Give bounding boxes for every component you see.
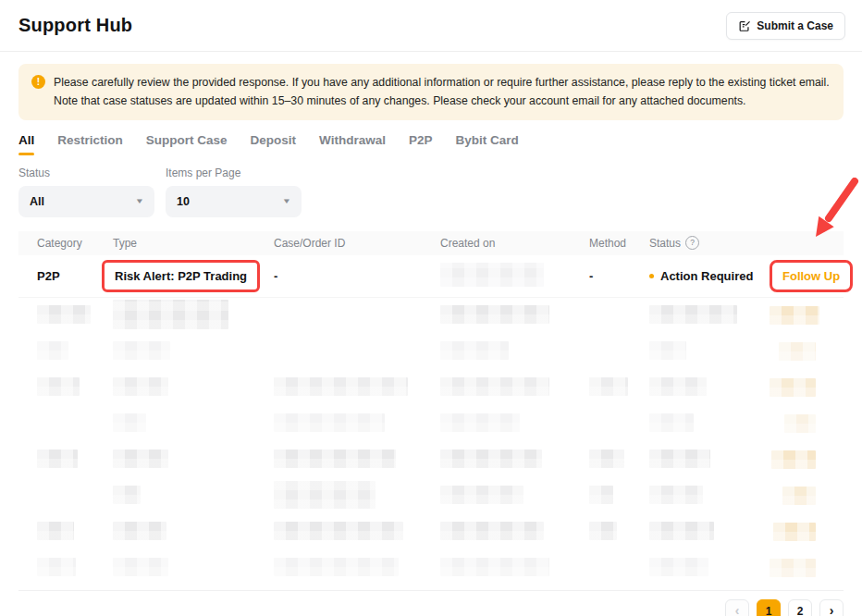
- redacted-cell: [770, 487, 844, 505]
- redacted-block: [440, 305, 549, 324]
- redacted-cell: [274, 413, 440, 435]
- annotation-box-type: Risk Alert: P2P Trading: [102, 260, 260, 292]
- col-header-category: Category: [37, 237, 113, 250]
- cell-method: -: [589, 269, 649, 283]
- redacted-block: [113, 377, 168, 396]
- col-header-status-label: Status: [649, 237, 681, 250]
- chevron-down-icon: ▼: [135, 197, 144, 205]
- redacted-block: [589, 522, 617, 540]
- pagination-next-button[interactable]: ›: [819, 599, 844, 616]
- follow-up-link[interactable]: Follow Up: [782, 269, 840, 283]
- redacted-block: [782, 487, 816, 505]
- redacted-block: [113, 558, 168, 576]
- col-header-method: Method: [589, 237, 649, 250]
- cell-case-order-id: -: [274, 269, 440, 283]
- redacted-cell: [649, 413, 770, 435]
- table-row-redacted: [18, 514, 844, 550]
- redacted-cell: [440, 558, 589, 579]
- redacted-cell: [274, 377, 440, 399]
- pagination-prev-button[interactable]: ‹: [725, 599, 749, 616]
- redacted-block: [113, 300, 228, 329]
- redacted-block: [37, 558, 76, 576]
- redacted-cell: [37, 305, 113, 326]
- table-row-redacted: [18, 298, 844, 334]
- status-filter-select[interactable]: All ▼: [18, 186, 154, 217]
- tab-bybit-card[interactable]: Bybit Card: [455, 133, 518, 155]
- pagination-page-2-button[interactable]: 2: [788, 599, 812, 616]
- chevron-down-icon: ▼: [282, 197, 291, 205]
- redacted-block: [649, 413, 694, 432]
- redacted-block: [113, 522, 166, 540]
- tab-restriction[interactable]: Restriction: [57, 133, 123, 155]
- notice-line-2: Note that case statuses are updated with…: [54, 92, 830, 110]
- redacted-cell: [589, 450, 649, 471]
- redacted-block: [770, 559, 816, 577]
- cases-table: Category Type Case/Order ID Created on M…: [18, 231, 844, 586]
- redacted-block: [779, 342, 816, 361]
- items-per-page-value: 10: [177, 195, 190, 208]
- redacted-cell: [649, 341, 770, 363]
- redacted-cell: [113, 450, 274, 471]
- filters: Status All ▼ Items per Page 10 ▼: [18, 166, 844, 217]
- redacted-block: [440, 377, 549, 396]
- redacted-block: [770, 378, 816, 397]
- redacted-block: [440, 413, 520, 432]
- redacted-cell: [113, 300, 274, 332]
- redacted-cell: [113, 413, 274, 435]
- footer-divider: [18, 590, 844, 591]
- table-row-redacted: [18, 370, 844, 406]
- tab-p2p[interactable]: P2P: [409, 133, 433, 155]
- tab-support-case[interactable]: Support Case: [146, 133, 228, 155]
- col-header-type: Type: [113, 237, 274, 250]
- redacted-cell: [440, 341, 589, 363]
- redacted-cell: [770, 378, 844, 397]
- redacted-cell: [440, 377, 589, 399]
- redacted-block: [37, 450, 78, 468]
- page-title: Support Hub: [18, 15, 132, 36]
- redacted-cell: [113, 341, 274, 363]
- cell-status: Action Required: [649, 269, 770, 283]
- table-row-p2p-risk-alert: P2P Risk Alert: P2P Trading - - Action R…: [18, 255, 844, 298]
- redacted-cell: [274, 522, 440, 543]
- notice-line-1: Please carefully review the provided res…: [54, 73, 830, 92]
- table-header: Category Type Case/Order ID Created on M…: [18, 231, 844, 255]
- tab-deposit[interactable]: Deposit: [251, 133, 297, 155]
- redacted-block: [784, 414, 816, 433]
- chevron-right-icon: ›: [830, 604, 834, 616]
- redacted-block: [773, 523, 816, 541]
- help-icon[interactable]: ?: [685, 236, 699, 250]
- redacted-cell: [589, 522, 649, 543]
- redacted-block: [649, 450, 710, 468]
- table-row-redacted: [18, 442, 844, 478]
- redacted-cell: [440, 522, 589, 543]
- redacted-block: [274, 413, 385, 432]
- table-row-redacted: [18, 550, 844, 586]
- table-row-redacted: [18, 406, 844, 442]
- redacted-block: [440, 486, 523, 504]
- cell-created-on: [440, 263, 589, 290]
- redacted-block: [440, 341, 509, 360]
- table-row-redacted: [18, 334, 844, 370]
- col-header-status: Status ?: [649, 236, 770, 250]
- redacted-block: [440, 522, 544, 540]
- tab-all[interactable]: All: [18, 133, 34, 155]
- tab-withdrawal[interactable]: Withdrawal: [319, 133, 386, 155]
- redacted-cell: [649, 486, 770, 507]
- notice-banner: ! Please carefully review the provided r…: [18, 64, 844, 120]
- topbar: Support Hub Submit a Case: [0, 0, 862, 52]
- status-label: Action Required: [660, 269, 753, 283]
- pagination: ‹ 1 2 ›: [18, 599, 844, 616]
- cell-action: Follow Up: [770, 260, 862, 292]
- redacted-cell: [113, 522, 274, 543]
- redacted-block: [37, 377, 80, 396]
- redacted-cell: [113, 486, 274, 507]
- submit-case-label: Submit a Case: [757, 19, 833, 32]
- redacted-block: [113, 450, 168, 468]
- items-per-page-select[interactable]: 10 ▼: [166, 186, 302, 217]
- col-header-created-on: Created on: [440, 237, 589, 250]
- redacted-block: [440, 450, 542, 468]
- submit-case-button[interactable]: Submit a Case: [726, 12, 845, 40]
- pagination-page-1-button[interactable]: 1: [757, 599, 781, 616]
- redacted-block: [770, 306, 819, 325]
- redacted-rows: [18, 298, 844, 586]
